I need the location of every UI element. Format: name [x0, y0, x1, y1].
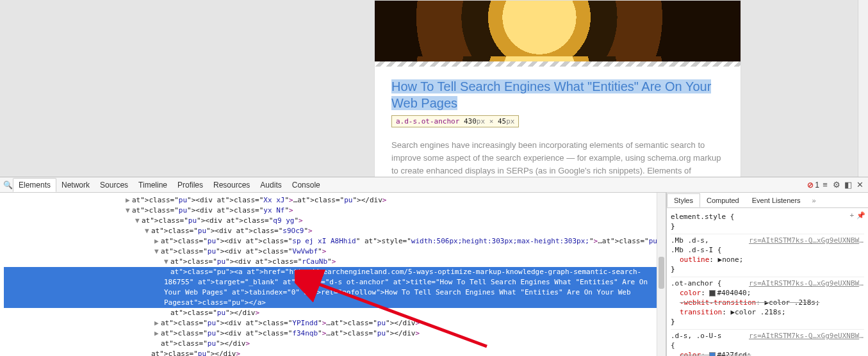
dom-node[interactable]: at">class="pu"></div>	[4, 349, 666, 356]
dom-node[interactable]: ▶at">class="pu"><div at">class="sp ej xI…	[4, 236, 666, 247]
zigzag-divider	[375, 61, 741, 67]
tooltip-height: 45	[498, 117, 506, 125]
rule-source-link[interactable]: rs=AItRSTM7ks-Q…xGg9eUXNBWpQ:1	[749, 331, 864, 341]
article-card: How To Tell Search Engines What "Entitie…	[374, 0, 741, 203]
tooltip-selector: a.d-s.ot-anchor	[396, 117, 459, 125]
tab-timeline[interactable]: Timeline	[133, 179, 172, 191]
styles-tabs: StylesComputedEvent Listeners»	[667, 193, 868, 208]
styles-body[interactable]: + 📌 element.style {}.Mb .d-s,rs=AItRSTM7…	[667, 208, 868, 356]
styles-more-icon[interactable]: »	[807, 197, 821, 204]
error-badge-icon[interactable]: ⊘	[807, 181, 814, 190]
dom-node[interactable]: at">class="pu"></div>	[4, 308, 666, 318]
dom-node-selected[interactable]: at">class="pu"><a at">href="http://searc…	[4, 267, 666, 308]
devtools: 🔍 ElementsNetworkSourcesTimelineProfiles…	[0, 177, 868, 356]
tab-audits[interactable]: Audits	[255, 179, 286, 191]
settings-icon[interactable]: ⚙	[831, 180, 842, 190]
hero-image	[375, 1, 741, 61]
css-rule[interactable]: .ot-anchor {rs=AItRSTM7ks-Q…xGg9eUXNBWpQ…	[671, 277, 864, 330]
drawer-icon[interactable]: ≡	[819, 180, 831, 190]
styles-panel: StylesComputedEvent Listeners» + 📌 eleme…	[666, 193, 868, 356]
page-area: How To Tell Search Engines What "Entitie…	[0, 0, 868, 177]
dom-node[interactable]: ▶at">class="pu"><div at">class="YPIndd">…	[4, 318, 666, 328]
dom-node[interactable]: ▶at">class="pu"><div at">class="f34nqb">…	[4, 328, 666, 339]
dom-node[interactable]: ▼at">class="pu"><div at">class="q9 yg">	[4, 216, 666, 226]
devtools-toolbar: 🔍 ElementsNetworkSourcesTimelineProfiles…	[0, 177, 868, 193]
dock-icon[interactable]: ◧	[842, 180, 854, 190]
tab-console[interactable]: Console	[287, 179, 325, 191]
article-title-link[interactable]: How To Tell Search Engines What "Entitie…	[391, 79, 711, 110]
pin-icon[interactable]: 📌	[856, 211, 865, 220]
tab-resources[interactable]: Resources	[208, 179, 255, 191]
close-icon[interactable]: ✕	[854, 180, 865, 190]
tab-sources[interactable]: Sources	[95, 179, 133, 191]
dom-node[interactable]: ▼at">class="pu"><div at">class="VwVwbf">	[4, 247, 666, 257]
elements-scrollbar[interactable]	[657, 193, 666, 356]
css-rule[interactable]: .Mb .d-s,rs=AItRSTM7ks-Q…xGg9eUXNBWpQ:1.…	[671, 234, 864, 277]
new-rule-icon[interactable]: +	[849, 211, 854, 220]
element-tooltip: a.d-s.ot-anchor 430px × 45px	[391, 115, 519, 127]
dom-node[interactable]: ▶at">class="pu"><div at">class="Xx xJ">……	[4, 195, 666, 206]
tab-network[interactable]: Network	[56, 179, 95, 191]
tab-elements[interactable]: Elements	[13, 178, 56, 192]
dom-node[interactable]: ▼at">class="pu"><div at">class="rCauNb">	[4, 257, 666, 267]
tab-profiles[interactable]: Profiles	[172, 179, 208, 191]
styles-tab-styles[interactable]: Styles	[667, 193, 700, 207]
styles-tab-computed[interactable]: Computed	[700, 194, 746, 207]
search-icon[interactable]: 🔍	[3, 181, 13, 190]
dom-node[interactable]: ▼at">class="pu"><div at">class="s9Oc9">	[4, 226, 666, 236]
styles-tab-event-listeners[interactable]: Event Listeners	[746, 194, 807, 207]
dom-node[interactable]: ▼at">class="pu"><div at">class="yx Nf">	[4, 206, 666, 216]
tooltip-width: 430	[464, 117, 477, 125]
devtools-panes: ▶at">class="pu"><div at">class="Xx xJ">……	[0, 193, 868, 356]
css-rule[interactable]: element.style {}	[671, 211, 864, 234]
page-scrollbar[interactable]	[858, 0, 868, 177]
elements-panel[interactable]: ▶at">class="pu"><div at">class="Xx xJ">……	[0, 193, 666, 356]
rule-source-link[interactable]: rs=AItRSTM7ks-Q…xGg9eUXNBWpQ:1	[749, 236, 864, 245]
css-rule[interactable]: .d-s, .o-U-srs=AItRSTM7ks-Q…xGg9eUXNBWpQ…	[671, 330, 864, 356]
rule-source-link[interactable]: rs=AItRSTM7ks-Q…xGg9eUXNBWpQ:1	[749, 279, 864, 288]
dom-node[interactable]: at">class="pu"></div>	[4, 339, 666, 349]
error-count[interactable]: 1	[815, 181, 819, 190]
